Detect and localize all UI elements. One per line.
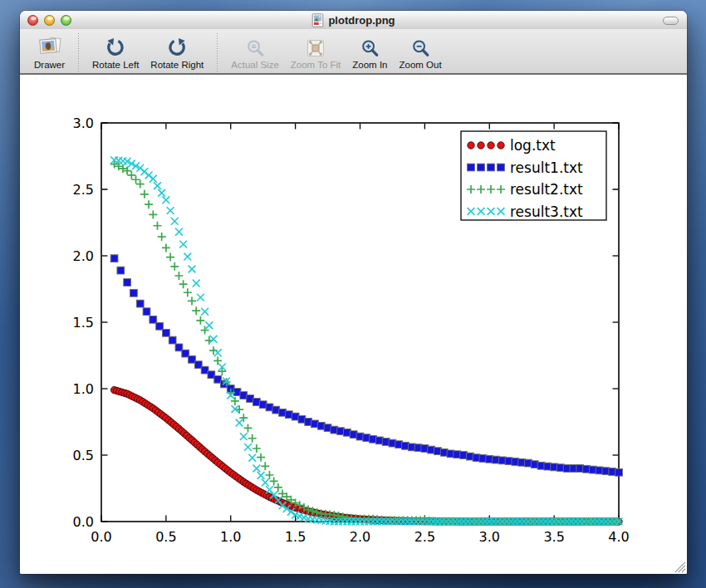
toolbar-separator bbox=[217, 33, 218, 71]
magnifier-minus-icon bbox=[411, 33, 430, 58]
toolbar-separator bbox=[78, 33, 79, 71]
toolbar-toggle-button[interactable] bbox=[663, 17, 679, 25]
svg-text:log.txt: log.txt bbox=[510, 137, 556, 154]
window-controls bbox=[27, 15, 71, 26]
svg-text:2.5: 2.5 bbox=[73, 182, 94, 198]
toolbar-button-label: Zoom Out bbox=[399, 60, 441, 70]
window-titlebar[interactable]: plotdrop.png bbox=[20, 11, 687, 29]
chart-svg: 0.00.51.01.52.02.53.03.54.00.00.51.01.52… bbox=[50, 98, 643, 568]
toolbar-button-drawer[interactable]: Drawer bbox=[28, 33, 71, 71]
toolbar: Drawer Rotate Left bbox=[20, 29, 687, 75]
svg-text:1.5: 1.5 bbox=[285, 529, 306, 545]
svg-text:3.0: 3.0 bbox=[73, 115, 94, 131]
toolbar-button-label: Zoom In bbox=[352, 60, 387, 70]
magnifier-plus-icon bbox=[360, 33, 380, 58]
svg-text:2.5: 2.5 bbox=[414, 529, 435, 545]
svg-text:2.0: 2.0 bbox=[73, 248, 94, 264]
svg-text:0.0: 0.0 bbox=[73, 514, 94, 530]
close-button[interactable] bbox=[27, 15, 38, 26]
image-document-icon[interactable] bbox=[311, 13, 324, 27]
toolbar-button-zoom-in[interactable]: Zoom In bbox=[346, 33, 393, 71]
svg-text:0.5: 0.5 bbox=[155, 529, 176, 545]
toolbar-button-rotate-right[interactable]: Rotate Right bbox=[145, 33, 209, 71]
zoom-window-button[interactable] bbox=[61, 15, 71, 26]
toolbar-button-actual-size: Actual Size bbox=[225, 33, 285, 71]
toolbar-button-zoom-out[interactable]: Zoom Out bbox=[393, 33, 447, 71]
svg-text:0.5: 0.5 bbox=[73, 448, 94, 463]
toolbar-button-zoom-to-fit: Zoom To Fit bbox=[285, 33, 347, 71]
minimize-button[interactable] bbox=[44, 15, 55, 26]
svg-text:2.0: 2.0 bbox=[350, 529, 370, 545]
toolbar-button-label: Drawer bbox=[34, 60, 65, 70]
svg-text:4.0: 4.0 bbox=[608, 529, 629, 545]
svg-text:1.0: 1.0 bbox=[73, 381, 94, 397]
resize-grip[interactable] bbox=[671, 558, 686, 573]
svg-text:1.0: 1.0 bbox=[220, 529, 241, 545]
toolbar-button-label: Rotate Left bbox=[92, 60, 139, 70]
document-view[interactable]: 0.00.51.01.52.02.53.03.54.00.00.51.01.52… bbox=[20, 76, 687, 574]
svg-text:3.0: 3.0 bbox=[479, 529, 500, 545]
preview-window: plotdrop.png Drawer bbox=[20, 11, 687, 574]
magnifier-equals-icon bbox=[246, 33, 265, 58]
desktop-background: plotdrop.png Drawer bbox=[0, 0, 706, 588]
svg-text:1.5: 1.5 bbox=[73, 315, 94, 331]
window-title: plotdrop.png bbox=[328, 14, 395, 27]
drawer-photo-icon bbox=[37, 33, 62, 58]
toolbar-button-label: Rotate Right bbox=[150, 60, 203, 70]
plot-image: 0.00.51.01.52.02.53.03.54.00.00.51.01.52… bbox=[50, 98, 643, 568]
toolbar-button-label: Actual Size bbox=[231, 60, 279, 70]
svg-text:result1.txt: result1.txt bbox=[510, 159, 583, 176]
toolbar-button-rotate-left[interactable]: Rotate Left bbox=[86, 33, 145, 71]
rotate-right-icon bbox=[166, 33, 188, 58]
svg-text:result3.txt: result3.txt bbox=[510, 203, 583, 220]
zoom-to-fit-icon bbox=[306, 33, 326, 58]
title-group: plotdrop.png bbox=[311, 13, 395, 27]
svg-text:0.0: 0.0 bbox=[91, 529, 111, 545]
svg-text:result2.txt: result2.txt bbox=[510, 181, 583, 198]
svg-text:3.5: 3.5 bbox=[543, 529, 564, 545]
rotate-left-icon bbox=[105, 33, 126, 58]
toolbar-button-label: Zoom To Fit bbox=[291, 60, 341, 70]
